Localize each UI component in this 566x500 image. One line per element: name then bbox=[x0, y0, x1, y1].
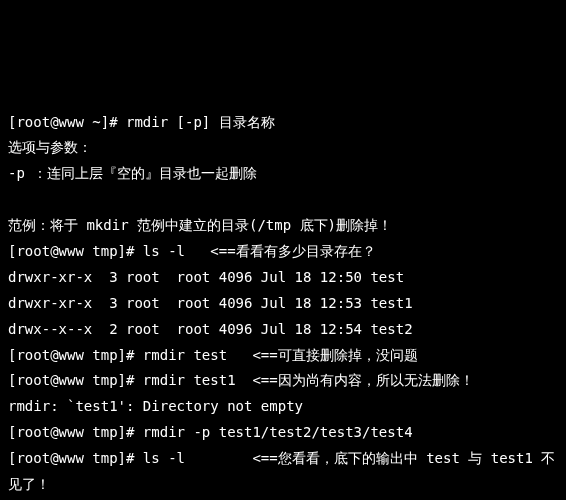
terminal-line: rmdir: `test1': Directory not empty bbox=[8, 394, 558, 420]
terminal-line: [root@www tmp]# rmdir test <==可直接删除掉，没问题 bbox=[8, 343, 558, 369]
terminal-line: [root@www tmp]# ls -l <==您看看，底下的输出中 test… bbox=[8, 446, 558, 498]
terminal-line bbox=[8, 187, 558, 213]
terminal-line: [root@www tmp]# rmdir -p test1/test2/tes… bbox=[8, 420, 558, 446]
terminal-line: [root@www tmp]# rmdir test1 <==因为尚有内容，所以… bbox=[8, 368, 558, 394]
terminal-line: [root@www ~]# rmdir [-p] 目录名称 bbox=[8, 110, 558, 136]
terminal-line: drwxr-xr-x 3 root root 4096 Jul 18 12:50… bbox=[8, 265, 558, 291]
terminal-line: 选项与参数： bbox=[8, 135, 558, 161]
terminal-line: drwx--x--x 2 root root 4096 Jul 18 12:54… bbox=[8, 317, 558, 343]
terminal-line: 范例：将于 mkdir 范例中建立的目录(/tmp 底下)删除掉！ bbox=[8, 213, 558, 239]
terminal-line: drwxr-xr-x 3 root root 4096 Jul 18 12:53… bbox=[8, 291, 558, 317]
terminal-line: [root@www tmp]# ls -l <==看看有多少目录存在？ bbox=[8, 239, 558, 265]
terminal-output: [root@www ~]# rmdir [-p] 目录名称选项与参数：-p ：连… bbox=[8, 110, 558, 500]
terminal-line: -p ：连同上层『空的』目录也一起删除 bbox=[8, 161, 558, 187]
